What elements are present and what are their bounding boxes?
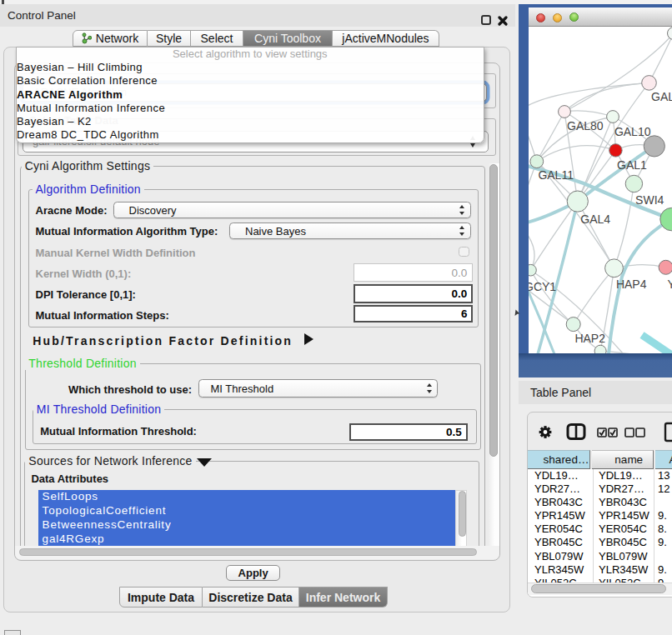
svg-text:GCY1: GCY1	[529, 280, 556, 293]
svg-text:GAL80: GAL80	[567, 119, 604, 132]
svg-text:YM: YM	[667, 278, 672, 291]
svg-text:HAP4: HAP4	[616, 278, 647, 291]
svg-text:GAL11: GAL11	[538, 168, 574, 182]
svg-text:GAL2: GAL2	[651, 90, 672, 103]
svg-text:GAL1: GAL1	[617, 158, 647, 172]
svg-text:GAL4: GAL4	[580, 212, 610, 226]
svg-text:HAP2: HAP2	[574, 332, 605, 345]
svg-text:GAL10: GAL10	[614, 125, 651, 138]
svg-text:SWI4: SWI4	[635, 193, 664, 207]
